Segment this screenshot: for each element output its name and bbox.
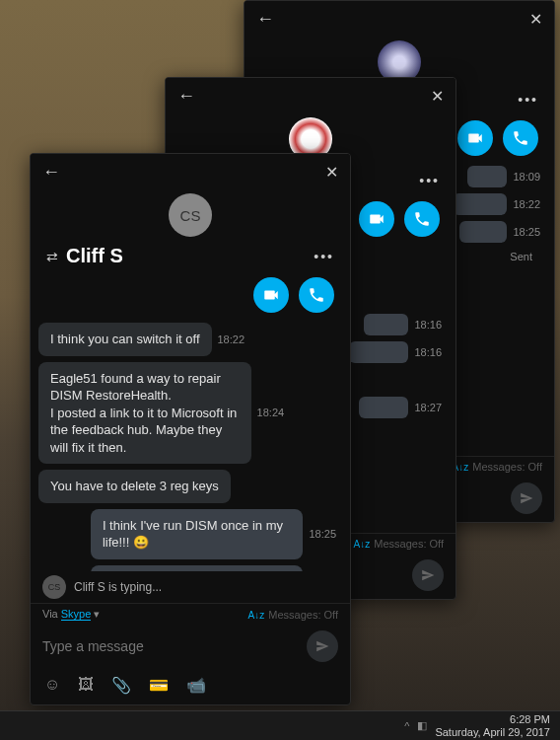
- mini-avatar: CS: [42, 575, 66, 599]
- titlebar: ← ✕: [245, 1, 554, 37]
- close-button[interactable]: ✕: [325, 163, 338, 182]
- send-button[interactable]: [307, 630, 338, 662]
- audio-call-button[interactable]: [404, 201, 440, 237]
- az-icon: A↓z: [354, 539, 371, 550]
- timestamp: 18:22: [218, 333, 245, 345]
- name-row: ⇄ Cliff S •••: [31, 237, 350, 271]
- message-bubble: I think I've run DISM once in my life!!!…: [91, 509, 304, 559]
- az-icon: A↓z: [248, 610, 265, 621]
- clock[interactable]: 6:28 PM Saturday, April 29, 2017: [435, 713, 550, 737]
- message-bubble: [467, 166, 507, 187]
- image-icon[interactable]: 🖼: [78, 676, 94, 695]
- audio-call-button[interactable]: [503, 120, 538, 156]
- close-button[interactable]: ✕: [529, 10, 542, 29]
- emoji-icon[interactable]: ☺: [44, 676, 60, 695]
- file-icon[interactable]: 📎: [111, 676, 131, 695]
- message-bubble: Eagle51 found a way to repair DISM Resto…: [38, 362, 251, 465]
- video-call-button[interactable]: [457, 120, 493, 156]
- message-input[interactable]: [42, 638, 297, 654]
- message-bubble: I think you can switch it off: [38, 323, 212, 356]
- more-button[interactable]: •••: [518, 92, 538, 108]
- audio-call-button[interactable]: [299, 277, 334, 313]
- tray-icon[interactable]: ^: [404, 720, 409, 732]
- timestamp: 18:24: [257, 407, 285, 418]
- timestamp: 18:16: [414, 346, 442, 358]
- swap-icon: ⇄: [46, 249, 58, 264]
- send-button[interactable]: [412, 559, 444, 591]
- via-row: Via Skype ▾ A↓zMessages: Off: [31, 603, 350, 623]
- titlebar: ← ✕: [166, 78, 455, 113]
- attachment-row: ☺ 🖼 📎 💳 📹: [31, 670, 350, 704]
- message-bubble: [349, 341, 408, 363]
- message-bubble: [364, 314, 408, 335]
- clock-time: 6:28 PM: [435, 713, 550, 725]
- avatar[interactable]: CS: [169, 193, 212, 237]
- messages-off-label: Messages: Off: [374, 538, 444, 550]
- call-buttons: [31, 271, 350, 323]
- video-message-icon[interactable]: 📹: [186, 676, 206, 695]
- tray-icon[interactable]: ◧: [417, 719, 427, 732]
- contact-icon[interactable]: 💳: [149, 676, 169, 695]
- skype-link[interactable]: Skype: [61, 608, 92, 621]
- taskbar: ^ ◧ 6:28 PM Saturday, April 29, 2017: [0, 710, 560, 740]
- timestamp: 18:27: [414, 402, 442, 413]
- video-call-button[interactable]: [253, 277, 289, 313]
- input-row: [31, 623, 350, 670]
- video-call-button[interactable]: [359, 201, 394, 237]
- titlebar: ← ✕: [31, 154, 350, 189]
- more-button[interactable]: •••: [314, 249, 334, 264]
- message-bubble: You have to delete 3 reg keys: [38, 470, 231, 503]
- clock-date: Saturday, April 29, 2017: [435, 726, 550, 738]
- timestamp: 18:25: [513, 226, 540, 238]
- messages-off-label: Messages: Off: [268, 609, 338, 621]
- timestamp: 18:25: [309, 528, 336, 540]
- back-button[interactable]: ←: [42, 162, 60, 183]
- close-button[interactable]: ✕: [431, 87, 444, 106]
- typing-text: Cliff S is typing...: [74, 580, 162, 594]
- send-button[interactable]: [511, 482, 542, 514]
- message-bubble: [453, 193, 507, 215]
- more-button[interactable]: •••: [419, 173, 440, 188]
- typing-indicator: CS Cliff S is typing...: [31, 571, 350, 603]
- message-bubble: [459, 221, 507, 243]
- timestamp: 18:09: [513, 171, 540, 183]
- message-bubble: [359, 397, 408, 418]
- chat-window-cliff: ← ✕ CS ⇄ Cliff S ••• I think you can swi…: [30, 153, 351, 705]
- message-list: I think you can switch it off18:22 Eagle…: [31, 323, 350, 571]
- timestamp: 18:16: [414, 319, 442, 331]
- contact-name: Cliff S: [66, 245, 123, 267]
- timestamp: 18:22: [513, 198, 540, 210]
- via-label: Via Skype ▾: [42, 608, 100, 621]
- messages-off-label: Messages: Off: [472, 461, 542, 473]
- back-button[interactable]: ←: [177, 86, 195, 107]
- back-button[interactable]: ←: [256, 9, 274, 30]
